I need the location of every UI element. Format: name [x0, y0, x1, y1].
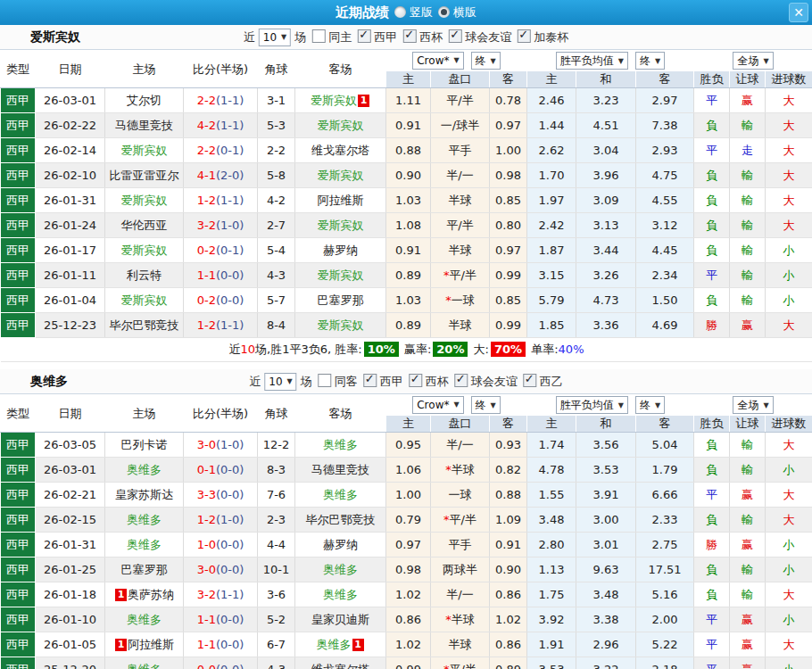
result-outcome-cell: 負 [694, 458, 730, 483]
summary-text: 大: [469, 343, 489, 356]
result-outcome-cell: 勝 [694, 533, 730, 558]
filter-comp-checkbox-3[interactable] [524, 374, 537, 387]
filter-comp-checkbox-3-wrap: 加泰杯 [511, 29, 568, 45]
odds-final-select[interactable]: 终▼ [471, 52, 501, 70]
layout-radio-group: 竖版横版 [389, 4, 476, 21]
home-team-name: 皇家苏斯达 [115, 488, 173, 501]
filter-same-checkbox[interactable] [312, 29, 326, 43]
corner-cell: 6-7 [258, 632, 295, 657]
match-count-select[interactable]: 10▼ [259, 29, 291, 46]
result-handicap-cell: 赢 [730, 533, 766, 558]
filter-comp-checkbox-1[interactable] [403, 29, 417, 43]
avg-away-cell: 2.33 [636, 508, 694, 533]
handicap-name: 一球 [452, 293, 475, 307]
avg-final-select[interactable]: 终▼ [635, 396, 665, 414]
odds-away-cell: 0.99 [490, 263, 527, 288]
away-team-name: 爱斯宾奴 [318, 268, 364, 282]
handicap-cell: 半球 [431, 632, 490, 657]
filter-comp-checkbox-2[interactable] [449, 29, 462, 43]
fulltime-score: 2-2 [197, 94, 216, 107]
bookmaker-select-value: Crow* [417, 54, 449, 67]
avg-away-cell: 4.69 [636, 313, 694, 338]
filter-comp-checkbox-3-label: 西乙 [540, 375, 563, 388]
avg-select[interactable]: 胜平负均值▼ [556, 396, 628, 414]
match-count-select-value: 10 [263, 31, 277, 44]
scope-select[interactable]: 全场▼ [733, 52, 773, 70]
halftime-score: (0-0) [216, 488, 244, 501]
match-count-select[interactable]: 10▼ [264, 373, 296, 391]
odds-away-cell: 0.78 [490, 88, 527, 113]
home-team-name: 奥维多 [127, 663, 162, 669]
filter-comp-checkbox-3[interactable] [518, 29, 531, 43]
sub-column-header: 主 [527, 416, 576, 433]
date-cell: 26-02-10 [36, 163, 105, 188]
sub-column-header: 客 [490, 416, 527, 433]
filter-comp-checkbox-2-label: 球会友谊 [471, 375, 518, 388]
corner-cell: 2-7 [258, 213, 295, 238]
league-cell: 西甲 [1, 288, 36, 313]
summary-cell: 近10场,胜1平3负6, 胜率:10% 赢率:20% 大:70% 单率:40% [1, 338, 812, 362]
away-team-name: 维戈塞尔塔 [311, 144, 369, 157]
handicap-name: 平手 [449, 144, 472, 157]
avg-draw-cell: 2.96 [576, 632, 636, 657]
league-cell: 西甲 [1, 632, 36, 657]
layout-radio-0[interactable]: 竖版 [394, 4, 433, 21]
avg-home-cell: 2.80 [527, 533, 576, 558]
avg-home-cell: 1.91 [527, 632, 576, 657]
halftime-score: (1-0) [216, 513, 244, 526]
away-team-name: 奥维多 [323, 588, 358, 601]
bookmaker-select[interactable]: Crow*▼ [412, 396, 463, 414]
odds-home-cell: 1.02 [386, 582, 431, 607]
summary-single-rate: 40% [559, 343, 584, 356]
odds-selects-cell: Crow*▼终▼ [386, 51, 527, 71]
rank-badge: 1 [352, 639, 364, 651]
filter-comp-checkbox-0[interactable] [358, 29, 371, 43]
bookmaker-select[interactable]: Crow*▼ [412, 52, 463, 70]
layout-radio-label: 竖版 [410, 4, 433, 21]
avg-home-cell: 1.74 [527, 433, 576, 458]
score-cell: 3-0(0-0) [184, 558, 258, 582]
home-team-name: 爱斯宾奴 [121, 144, 168, 157]
home-team: 爱斯宾奴 [105, 138, 184, 163]
result-handicap-cell: 赢 [730, 607, 766, 632]
sub-column-header: 让球 [730, 416, 766, 433]
avg-away-cell: 6.66 [636, 483, 694, 508]
avg-home-cell: 1.85 [527, 313, 576, 338]
odds-final-select[interactable]: 终▼ [471, 396, 501, 414]
away-team-name: 奥维多 [323, 563, 358, 576]
date-cell: 26-01-05 [36, 632, 105, 657]
avg-final-select[interactable]: 终▼ [635, 52, 665, 70]
home-team-name: 奥萨苏纳 [128, 588, 174, 601]
halftime-score: (0-1) [216, 144, 244, 157]
league-cell: 西甲 [1, 113, 36, 138]
filter-comp-checkbox-1[interactable] [410, 374, 423, 387]
away-team-name: 奥维多 [323, 488, 358, 501]
avg-select[interactable]: 胜平负均值▼ [556, 52, 628, 70]
avg-away-cell: 2.18 [636, 657, 694, 669]
avg-away-cell: 2.93 [636, 138, 694, 163]
table-row: 西甲26-03-05巴列卡诺3-0(1-0)12-2奥维多0.95半/一0.93… [1, 433, 812, 458]
fulltime-score: 0-2 [197, 293, 216, 307]
result-handicap-cell: 輸 [730, 238, 766, 263]
avg-away-cell: 4.45 [636, 238, 694, 263]
home-team: 1奥萨苏纳 [105, 582, 184, 607]
scope-select[interactable]: 全场▼ [733, 396, 773, 414]
summary-row: 近10场,胜1平3负6, 胜率:10% 赢率:20% 大:70% 单率:40% [1, 338, 812, 362]
odds-home-cell: 1.02 [386, 632, 431, 657]
away-team-name: 爱斯宾奴 [318, 169, 364, 182]
handicap-name: 平/半 [446, 94, 473, 107]
odds-home-cell: 0.97 [386, 533, 431, 558]
radio-icon [438, 6, 450, 18]
handicap-cell: 半/一 [431, 433, 490, 458]
filter-comp-checkbox-0[interactable] [364, 374, 377, 387]
layout-radio-1[interactable]: 横版 [438, 4, 476, 21]
close-button[interactable]: ✕ [789, 3, 808, 22]
league-cell: 西甲 [1, 188, 36, 213]
away-team-name: 阿拉维斯 [318, 194, 364, 207]
date-cell: 26-03-01 [36, 458, 105, 483]
home-team: 巴塞罗那 [105, 558, 184, 582]
filter-comp-checkbox-2[interactable] [455, 374, 468, 387]
filter-same-checkbox[interactable] [319, 374, 332, 387]
fulltime-score: 1-1 [197, 638, 216, 651]
home-team: 巴列卡诺 [105, 433, 184, 458]
